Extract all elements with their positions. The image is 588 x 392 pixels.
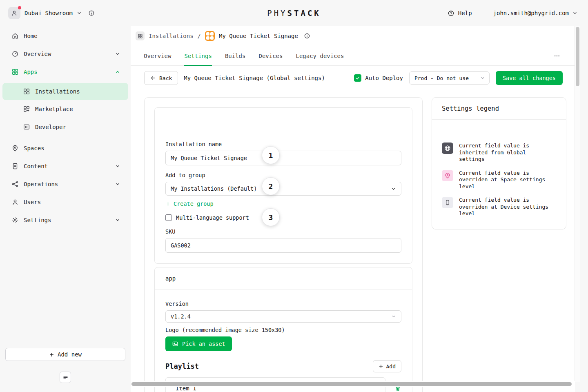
sidebar-item-overview[interactable]: Overview	[0, 45, 131, 63]
playlist-header: Playlist Add	[165, 360, 401, 372]
tab-builds[interactable]: Builds	[225, 46, 246, 65]
checkbox-unchecked-icon	[165, 214, 172, 221]
group-select[interactable]: My Installations (Default)	[165, 182, 401, 196]
sidebar-item-developer[interactable]: Developer	[0, 118, 131, 136]
installation-name-input[interactable]	[165, 151, 401, 165]
sidebar-label: Operations	[24, 181, 58, 187]
playlist-title: Playlist	[165, 362, 199, 370]
horizontal-scrollbar-thumb[interactable]	[131, 382, 572, 386]
tab-legacy-devices[interactable]: Legacy devices	[296, 46, 344, 65]
person-icon	[11, 198, 19, 206]
version-select[interactable]: v1.2.4	[165, 310, 401, 323]
pick-asset-label: Pick an asset	[182, 341, 225, 347]
help-label: Help	[458, 10, 472, 16]
grid-icon	[23, 88, 30, 95]
sidebar-label: Users	[24, 199, 41, 205]
tab-label: Overview	[144, 53, 171, 59]
globe-icon	[444, 145, 451, 152]
sidebar-item-apps[interactable]: Apps	[0, 63, 131, 81]
topbar: Dubai Showroom PHYSTACK Help john.smith@…	[0, 0, 588, 26]
sidebar-nav: Home Overview Apps Installations Marketp…	[0, 26, 131, 229]
user-menu[interactable]: john.smith@phygrid.com	[493, 10, 577, 16]
sidebar-label: Apps	[24, 69, 38, 75]
back-button[interactable]: Back	[144, 71, 178, 85]
brand-logo: PHYSTACK	[267, 9, 321, 18]
sidebar-item-installations[interactable]: Installations	[2, 83, 128, 100]
page-title: My Queue Ticket Signage (Global settings…	[184, 75, 325, 81]
check-icon	[355, 76, 360, 80]
map-pin-icon-badge	[442, 170, 453, 181]
sidebar: Home Overview Apps Installations Marketp…	[0, 26, 131, 392]
auto-deploy-checkbox[interactable]: Auto Deploy	[354, 74, 403, 82]
more-options-button[interactable]	[554, 53, 560, 59]
pick-asset-button[interactable]: Pick an asset	[165, 336, 232, 351]
gear-icon	[11, 216, 19, 224]
org-name: Dubai Showroom	[24, 10, 73, 16]
horizontal-scrollbar[interactable]	[131, 381, 575, 387]
sidebar-label: Marketplace	[35, 106, 73, 112]
add-label: Add	[386, 363, 396, 370]
home-icon	[11, 32, 19, 40]
tab-devices[interactable]: Devices	[258, 46, 283, 65]
chevron-down-icon	[115, 51, 120, 56]
sidebar-item-spaces[interactable]: Spaces	[0, 139, 131, 157]
globe-icon-badge	[442, 143, 453, 154]
sidebar-item-settings[interactable]: Settings	[0, 211, 131, 229]
sidebar-item-operations[interactable]: Operations	[0, 175, 131, 193]
sidebar-item-content[interactable]: Content	[0, 157, 131, 175]
gauge-icon	[11, 50, 19, 58]
chevron-down-icon	[115, 182, 120, 187]
sidebar-collapse-button[interactable]	[60, 372, 71, 383]
tab-settings[interactable]: Settings	[184, 46, 212, 65]
help-icon	[448, 10, 454, 17]
info-icon	[88, 10, 95, 16]
breadcrumb-parent[interactable]: Installations	[149, 33, 194, 39]
sidebar-item-users[interactable]: Users	[0, 193, 131, 211]
chevron-down-icon	[480, 76, 485, 80]
legend-item-device: Current field value is overriden at Devi…	[442, 197, 556, 217]
notification-dot	[18, 6, 21, 9]
general-section-header	[155, 108, 412, 130]
save-all-changes-button[interactable]: Save all changes	[496, 71, 563, 85]
settings-content: Installation name Add to group My Instal…	[131, 90, 575, 392]
tabs-bar: Overview Settings Builds Devices Legacy …	[131, 46, 575, 66]
grid-icon	[138, 33, 143, 39]
org-switcher[interactable]: Dubai Showroom	[8, 7, 82, 19]
legend-body: Current field value is inherited from Gl…	[432, 120, 566, 217]
plus-icon	[49, 352, 54, 357]
installations-icon-badge	[136, 31, 145, 40]
general-section: Installation name Add to group My Instal…	[154, 107, 412, 264]
app-section: app Version v1.2.4 Logo (recommended ima…	[154, 267, 412, 392]
ellipsis-icon	[554, 53, 560, 59]
sidebar-label: Developer	[35, 124, 66, 130]
info-icon	[304, 33, 310, 39]
map-pin-icon	[11, 145, 19, 152]
arrow-left-icon	[150, 75, 156, 81]
toolbar-actions: Auto Deploy Prod - Do not use Save all c…	[354, 71, 563, 85]
app-section-body: Version v1.2.4 Logo (recommended image s…	[155, 290, 412, 392]
nav-divider	[0, 136, 131, 139]
installation-info-button[interactable]	[304, 33, 310, 39]
multi-language-checkbox[interactable]: Multi-language support	[165, 214, 401, 221]
add-new-button[interactable]: Add new	[5, 348, 125, 361]
create-group-link[interactable]: Create group	[165, 200, 214, 207]
general-section-body: Installation name Add to group My Instal…	[155, 130, 412, 263]
vertical-scrollbar-thumb[interactable]	[576, 27, 579, 86]
sku-label: SKU	[165, 228, 401, 235]
sidebar-item-marketplace[interactable]: Marketplace	[0, 100, 131, 118]
tab-overview[interactable]: Overview	[144, 46, 171, 65]
logo-label: Logo (recommended image size 150x30)	[165, 327, 401, 333]
org-info-button[interactable]	[88, 10, 95, 16]
sku-input[interactable]	[165, 238, 401, 253]
help-button[interactable]: Help	[448, 10, 472, 17]
group-select-value: My Installations (Default)	[171, 185, 257, 192]
menu-icon	[62, 374, 69, 381]
create-group-label: Create group	[174, 200, 214, 207]
sidebar-item-home[interactable]: Home	[0, 27, 131, 45]
environment-value: Prod - Do not use	[414, 75, 469, 81]
person-icon	[11, 10, 18, 16]
add-playlist-item-button[interactable]: Add	[373, 360, 401, 372]
environment-select[interactable]: Prod - Do not use	[409, 71, 490, 85]
vertical-scrollbar[interactable]	[575, 26, 580, 382]
add-to-group-label: Add to group	[165, 172, 401, 178]
